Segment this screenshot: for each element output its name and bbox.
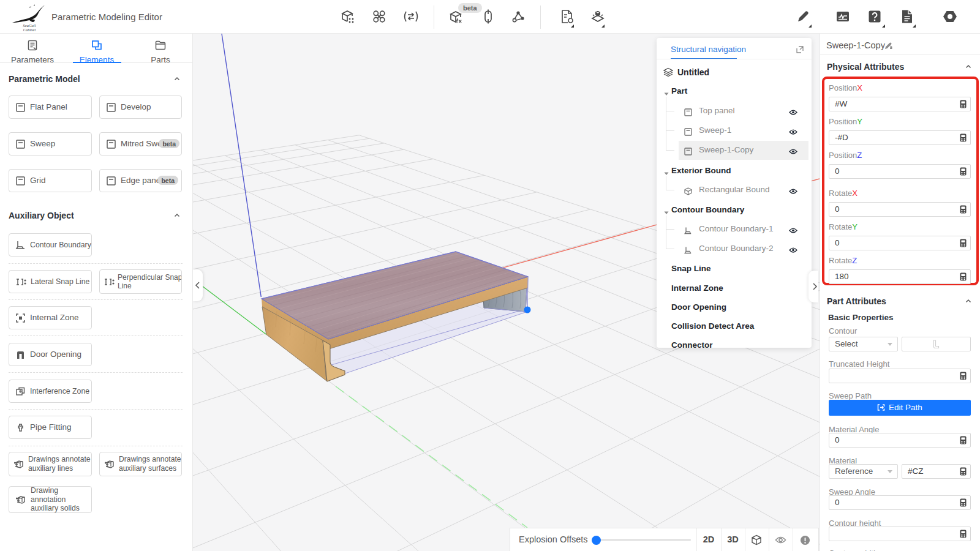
- svg-text:Cabinet: Cabinet: [23, 28, 36, 32]
- svg-text:SeaGull: SeaGull: [23, 23, 36, 28]
